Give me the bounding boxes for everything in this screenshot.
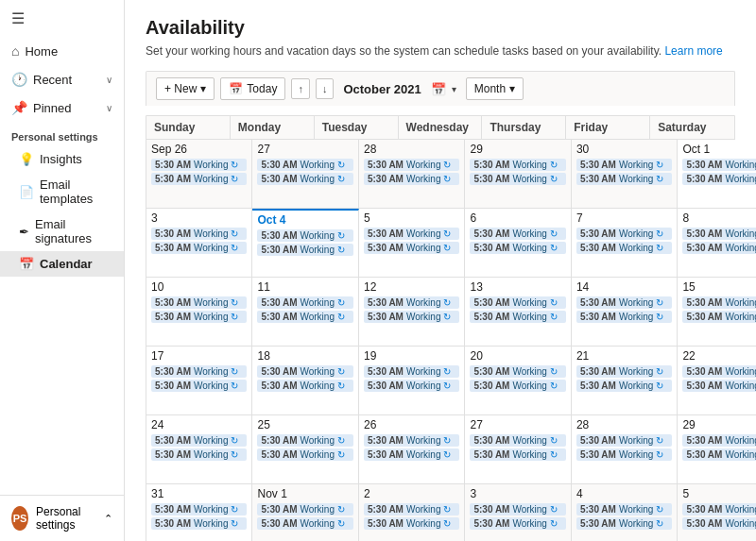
calendar-event[interactable]: 5:30 AMWorking↻ xyxy=(257,517,352,530)
calendar-event[interactable]: 5:30 AMWorking↻ xyxy=(151,448,247,461)
calendar-event[interactable]: 5:30 AMWorking↻ xyxy=(151,173,247,185)
calendar-event[interactable]: 5:30 AMWorking↻ xyxy=(151,296,247,309)
calendar-event[interactable]: 5:30 AMWorking↻ xyxy=(151,365,247,378)
calendar-cell[interactable]: 105:30 AMWorking↻5:30 AMWorking↻ xyxy=(146,278,252,346)
calendar-event[interactable]: 5:30 AMWorking↻ xyxy=(470,159,565,171)
calendar-cell[interactable]: 145:30 AMWorking↻5:30 AMWorking↻ xyxy=(572,278,678,346)
hamburger-button[interactable]: ☰ xyxy=(0,0,124,37)
personal-settings-footer[interactable]: PS Personal settings ⌃ xyxy=(0,495,124,541)
calendar-event[interactable]: 5:30 AMWorking↻ xyxy=(470,380,565,392)
calendar-event[interactable]: 5:30 AMWorking↻ xyxy=(257,173,352,185)
learn-more-link[interactable]: Learn more xyxy=(664,44,722,58)
calendar-cell[interactable]: 275:30 AMWorking↻5:30 AMWorking↻ xyxy=(252,140,358,208)
calendar-cell[interactable]: Sep 265:30 AMWorking↻5:30 AMWorking↻ xyxy=(146,140,252,208)
calendar-event[interactable]: 5:30 AMWorking↻ xyxy=(257,365,352,378)
calendar-event[interactable]: 5:30 AMWorking↻ xyxy=(470,503,565,516)
calendar-event[interactable]: 5:30 AMWorking↻ xyxy=(151,434,247,447)
calendar-event[interactable]: 5:30 AMWorking↻ xyxy=(470,296,565,309)
calendar-event[interactable]: 5:30 AMWorking↻ xyxy=(682,503,756,516)
calendar-cell[interactable]: 135:30 AMWorking↻5:30 AMWorking↻ xyxy=(465,278,571,346)
calendar-cell[interactable]: 245:30 AMWorking↻5:30 AMWorking↻ xyxy=(146,415,252,483)
sidebar-item-pinned[interactable]: 📌 Pinned ∨ xyxy=(0,93,124,122)
calendar-event[interactable]: 5:30 AMWorking↻ xyxy=(257,448,352,461)
calendar-cell[interactable]: 65:30 AMWorking↻5:30 AMWorking↻ xyxy=(465,209,571,277)
calendar-event[interactable]: 5:30 AMWorking↻ xyxy=(151,228,247,240)
calendar-event[interactable]: 5:30 AMWorking↻ xyxy=(470,311,565,323)
calendar-cell[interactable]: 285:30 AMWorking↻5:30 AMWorking↻ xyxy=(572,415,678,483)
calendar-cell[interactable]: 315:30 AMWorking↻5:30 AMWorking↻ xyxy=(146,484,252,541)
calendar-event[interactable]: 5:30 AMWorking↻ xyxy=(576,503,672,516)
prev-button[interactable]: ↑ xyxy=(291,78,310,99)
sidebar-item-email-templates[interactable]: 📄 Email templates xyxy=(0,172,124,211)
calendar-cell[interactable]: 25:30 AMWorking↻5:30 AMWorking↻ xyxy=(359,484,465,541)
calendar-cell[interactable]: 35:30 AMWorking↻5:30 AMWorking↻ xyxy=(146,209,252,277)
calendar-cell[interactable]: 75:30 AMWorking↻5:30 AMWorking↻ xyxy=(572,209,678,277)
sidebar-item-calendar[interactable]: 📅 Calendar xyxy=(0,251,124,277)
calendar-event[interactable]: 5:30 AMWorking↻ xyxy=(576,242,672,254)
calendar-event[interactable]: 5:30 AMWorking↻ xyxy=(364,503,459,516)
calendar-cell[interactable]: 45:30 AMWorking↻5:30 AMWorking↻ xyxy=(572,484,678,541)
calendar-event[interactable]: 5:30 AMWorking↻ xyxy=(576,173,672,185)
calendar-event[interactable]: 5:30 AMWorking↻ xyxy=(682,173,756,185)
calendar-cell[interactable]: 125:30 AMWorking↻5:30 AMWorking↻ xyxy=(359,278,465,346)
calendar-event[interactable]: 5:30 AMWorking↻ xyxy=(576,365,672,378)
calendar-cell[interactable]: Oct 15:30 AMWorking↻5:30 AMWorking↻ xyxy=(678,140,756,208)
calendar-cell[interactable]: 55:30 AMWorking↻5:30 AMWorking↻ xyxy=(359,209,465,277)
calendar-event[interactable]: 5:30 AMWorking↻ xyxy=(470,365,565,378)
calendar-event[interactable]: 5:30 AMWorking↻ xyxy=(257,311,352,323)
new-button[interactable]: + New ▾ xyxy=(156,77,215,100)
calendar-event[interactable]: 5:30 AMWorking↻ xyxy=(470,517,565,530)
calendar-event[interactable]: 5:30 AMWorking↻ xyxy=(576,448,672,461)
calendar-event[interactable]: 5:30 AMWorking↻ xyxy=(682,228,756,240)
calendar-event[interactable]: 5:30 AMWorking↻ xyxy=(470,448,565,461)
calendar-event[interactable]: 5:30 AMWorking↻ xyxy=(576,296,672,309)
calendar-event[interactable]: 5:30 AMWorking↻ xyxy=(576,517,672,530)
calendar-cell[interactable]: 35:30 AMWorking↻5:30 AMWorking↻ xyxy=(465,484,571,541)
calendar-event[interactable]: 5:30 AMWorking↻ xyxy=(151,380,247,392)
calendar-event[interactable]: 5:30 AMWorking↻ xyxy=(470,434,565,447)
calendar-event[interactable]: 5:30 AMWorking↻ xyxy=(151,503,247,516)
calendar-event[interactable]: 5:30 AMWorking↻ xyxy=(470,228,565,240)
calendar-event[interactable]: 5:30 AMWorking↻ xyxy=(364,380,459,392)
calendar-event[interactable]: 5:30 AMWorking↻ xyxy=(257,244,352,256)
sidebar-item-recent[interactable]: 🕐 Recent ∨ xyxy=(0,65,124,93)
calendar-event[interactable]: 5:30 AMWorking↻ xyxy=(682,296,756,309)
sidebar-item-email-signatures[interactable]: ✒ Email signatures xyxy=(0,211,124,251)
calendar-event[interactable]: 5:30 AMWorking↻ xyxy=(364,434,459,447)
calendar-event[interactable]: 5:30 AMWorking↻ xyxy=(682,448,756,461)
calendar-event[interactable]: 5:30 AMWorking↻ xyxy=(364,296,459,309)
calendar-event[interactable]: 5:30 AMWorking↻ xyxy=(364,311,459,323)
today-button[interactable]: 📅 Today xyxy=(220,77,285,100)
calendar-event[interactable]: 5:30 AMWorking↻ xyxy=(364,173,459,185)
calendar-cell[interactable]: 115:30 AMWorking↻5:30 AMWorking↻ xyxy=(252,278,358,346)
calendar-event[interactable]: 5:30 AMWorking↻ xyxy=(257,380,352,392)
calendar-cell[interactable]: 305:30 AMWorking↻5:30 AMWorking↻ xyxy=(572,140,678,208)
calendar-event[interactable]: 5:30 AMWorking↻ xyxy=(151,311,247,323)
calendar-event[interactable]: 5:30 AMWorking↻ xyxy=(364,159,459,171)
calendar-cell[interactable]: 55:30 AMWorking↻5:30 AMWorking↻ xyxy=(678,484,756,541)
calendar-event[interactable]: 5:30 AMWorking↻ xyxy=(364,365,459,378)
calendar-event[interactable]: 5:30 AMWorking↻ xyxy=(470,173,565,185)
calendar-event[interactable]: 5:30 AMWorking↻ xyxy=(576,228,672,240)
calendar-event[interactable]: 5:30 AMWorking↻ xyxy=(682,159,756,171)
calendar-cell[interactable]: 85:30 AMWorking↻5:30 AMWorking↻ xyxy=(678,209,756,277)
calendar-event[interactable]: 5:30 AMWorking↻ xyxy=(682,311,756,323)
calendar-cell[interactable]: 285:30 AMWorking↻5:30 AMWorking↻ xyxy=(359,140,465,208)
calendar-event[interactable]: 5:30 AMWorking↻ xyxy=(576,380,672,392)
calendar-cell[interactable]: 205:30 AMWorking↻5:30 AMWorking↻ xyxy=(465,347,571,414)
calendar-event[interactable]: 5:30 AMWorking↻ xyxy=(257,503,352,516)
calendar-event[interactable]: 5:30 AMWorking↻ xyxy=(364,242,459,254)
calendar-cell[interactable]: 155:30 AMWorking↻5:30 AMWorking↻ xyxy=(678,278,756,346)
calendar-cell[interactable]: 175:30 AMWorking↻5:30 AMWorking↻ xyxy=(146,347,252,414)
calendar-event[interactable]: 5:30 AMWorking↻ xyxy=(682,434,756,447)
calendar-cell[interactable]: 255:30 AMWorking↻5:30 AMWorking↻ xyxy=(252,415,358,483)
next-button[interactable]: ↓ xyxy=(316,78,335,99)
calendar-cell[interactable]: 185:30 AMWorking↻5:30 AMWorking↻ xyxy=(252,347,358,414)
calendar-cell[interactable]: 225:30 AMWorking↻5:30 AMWorking↻ xyxy=(678,347,756,414)
calendar-event[interactable]: 5:30 AMWorking↻ xyxy=(470,242,565,254)
calendar-event[interactable]: 5:30 AMWorking↻ xyxy=(257,229,352,242)
calendar-event[interactable]: 5:30 AMWorking↻ xyxy=(364,448,459,461)
calendar-cell[interactable]: 195:30 AMWorking↻5:30 AMWorking↻ xyxy=(359,347,465,414)
calendar-cell[interactable]: Nov 15:30 AMWorking↻5:30 AMWorking↻ xyxy=(252,484,358,541)
calendar-event[interactable]: 5:30 AMWorking↻ xyxy=(576,159,672,171)
